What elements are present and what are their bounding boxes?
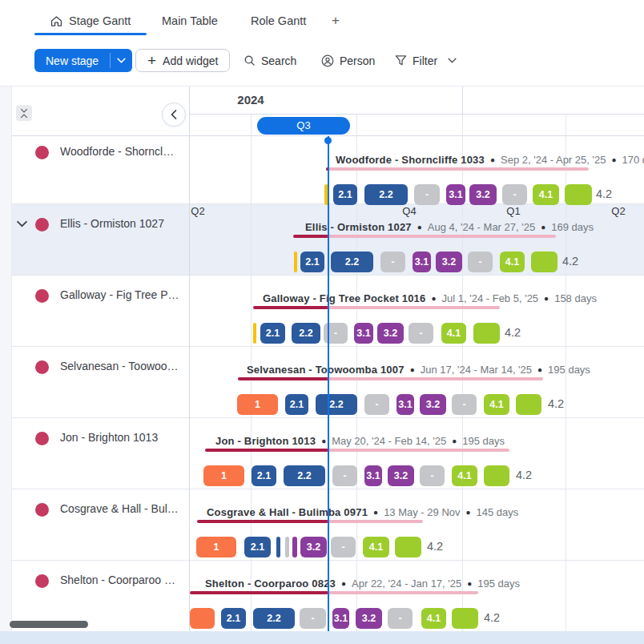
quarter-pill-current[interactable]: Q3 — [257, 117, 350, 135]
stage-chip[interactable]: 2.2 — [253, 608, 295, 629]
stage-chip[interactable]: 4.1 — [452, 465, 477, 486]
stage-chip[interactable]: - — [414, 184, 440, 205]
stage-chip[interactable]: - — [420, 465, 445, 486]
stage-chip[interactable] — [531, 252, 557, 272]
stage-chip-outside-label: 4.2 — [427, 540, 443, 553]
stage-chip[interactable] — [452, 608, 478, 629]
stage-chip[interactable] — [565, 184, 592, 205]
stage-chip[interactable]: 3.1 — [413, 252, 431, 272]
stage-chip[interactable]: 3.2 — [388, 465, 414, 486]
chevron-down-icon[interactable] — [448, 58, 457, 63]
stage-chip[interactable]: - — [380, 252, 405, 272]
project-dates: May 20, '24 - Feb 14, '25 — [332, 435, 446, 447]
stage-chip[interactable]: 2.1 — [300, 252, 324, 272]
stage-chip[interactable]: 2.1 — [285, 394, 308, 415]
sidebar-row-name[interactable]: Jon - Brighton 1013 — [60, 431, 158, 444]
stage-chip[interactable]: 3.1 — [396, 394, 414, 415]
stage-chip[interactable]: 2.2 — [364, 184, 408, 205]
stage-chip[interactable] — [292, 537, 297, 557]
stage-chip-outside-label: 4.2 — [484, 611, 500, 624]
sidebar-row-name[interactable]: Cosgrave & Hall - Bul… — [60, 502, 179, 515]
stage-chip[interactable]: - — [468, 252, 493, 272]
collapse-rows-button[interactable] — [16, 105, 32, 121]
stage-chip[interactable]: - — [364, 394, 389, 415]
horizontal-scrollbar-thumb[interactable] — [10, 621, 88, 628]
row-expand-chevron-icon[interactable] — [17, 220, 27, 227]
tab-label: Stage Gantt — [69, 14, 131, 27]
new-stage-label: New stage — [34, 49, 110, 72]
row-status-dot — [35, 574, 49, 588]
sidebar-row-name[interactable]: Ellis - Ormiston 1027 — [60, 217, 164, 230]
stage-chip[interactable]: 2.2 — [284, 465, 325, 486]
add-widget-button[interactable]: + Add widget — [135, 49, 230, 72]
stage-chip[interactable]: 3.2 — [300, 537, 327, 557]
tab-stage-gantt[interactable]: Stage Gantt — [50, 10, 131, 31]
sidebar-row-name[interactable]: Shelton - Coorparoo … — [60, 574, 175, 586]
person-icon — [321, 54, 334, 67]
tab-role-gantt[interactable]: Role Gantt — [251, 10, 306, 31]
stage-chip[interactable]: 2.1 — [260, 323, 285, 344]
stage-chip[interactable]: 3.2 — [356, 608, 382, 629]
stage-chip[interactable]: 1 — [196, 537, 236, 557]
stage-chip[interactable]: 4.1 — [500, 252, 525, 272]
gantt-row-label: Galloway - Fig Tree Pocket 1016●Jul 1, '… — [263, 292, 597, 304]
sidebar-row-name[interactable]: Woodforde - Shorncl… — [60, 145, 174, 158]
stage-chip[interactable]: - — [388, 608, 413, 629]
sidebar-row-name[interactable]: Selvanesan - Toowoo… — [60, 360, 179, 372]
stage-chip[interactable]: 4.1 — [421, 608, 446, 629]
stage-chip[interactable]: 3.1 — [354, 323, 373, 344]
stage-chip[interactable] — [473, 323, 500, 344]
add-tab-button[interactable]: + — [332, 10, 340, 31]
stage-chip[interactable]: 2.2 — [331, 252, 373, 272]
stage-chip[interactable] — [285, 537, 289, 557]
stage-chip[interactable]: 4.1 — [484, 394, 509, 415]
person-label: Person — [340, 54, 375, 67]
row-status-dot — [35, 503, 49, 517]
stage-chip[interactable] — [190, 608, 215, 629]
search-button[interactable]: Search — [244, 50, 296, 71]
stage-chip[interactable]: 2.2 — [292, 323, 320, 344]
stage-chip[interactable] — [516, 394, 541, 415]
stage-chip[interactable]: 3.2 — [469, 184, 497, 205]
tab-main-table[interactable]: Main Table — [162, 10, 218, 31]
stage-chip[interactable]: - — [452, 394, 477, 415]
stage-chip[interactable]: 3.2 — [436, 252, 462, 272]
stage-chip[interactable]: 1 — [203, 465, 244, 486]
bullet-separator: ● — [544, 294, 549, 303]
stage-chip[interactable]: 3.1 — [364, 465, 382, 486]
stage-chip[interactable] — [484, 465, 509, 486]
new-stage-button[interactable]: New stage — [34, 49, 132, 72]
stage-chip[interactable] — [276, 537, 280, 557]
stage-chip[interactable]: 2.1 — [244, 537, 271, 557]
stage-chip[interactable] — [253, 323, 256, 344]
progress-bar-elapsed — [253, 306, 328, 309]
stage-chip[interactable]: 4.1 — [363, 537, 389, 557]
stage-chip[interactable]: - — [332, 465, 357, 486]
sidebar-row-name[interactable]: Galloway - Fig Tree P… — [60, 288, 179, 301]
stage-chip[interactable]: 3.1 — [332, 608, 349, 629]
row-status-dot — [35, 432, 49, 445]
stage-chip[interactable]: 4.1 — [441, 323, 466, 344]
stage-chip[interactable]: 2.1 — [221, 608, 246, 629]
stage-chip[interactable] — [395, 537, 421, 557]
chevron-down-icon[interactable] — [111, 49, 132, 72]
stage-chip[interactable]: - — [300, 608, 326, 629]
stage-chip[interactable]: 3.2 — [420, 394, 446, 415]
bullet-separator: ● — [611, 155, 616, 164]
filter-button[interactable]: Filter — [395, 50, 457, 71]
stage-chip[interactable]: - — [409, 323, 433, 344]
stage-chip[interactable]: 2.1 — [333, 184, 357, 205]
stage-chip[interactable]: 3.1 — [446, 184, 465, 205]
stage-chip[interactable]: - — [331, 537, 356, 557]
stage-chip[interactable] — [294, 252, 297, 272]
stage-chip[interactable]: 2.1 — [252, 465, 276, 486]
stage-chip[interactable]: 4.1 — [533, 184, 559, 205]
stage-chip[interactable]: 1 — [237, 394, 278, 415]
person-filter-button[interactable]: Person — [321, 50, 375, 71]
progress-bar-elapsed — [205, 449, 328, 452]
stage-chip[interactable]: - — [502, 184, 527, 205]
bullet-separator: ● — [537, 365, 542, 374]
collapse-panel-button[interactable] — [162, 103, 186, 127]
stage-chip[interactable]: 2.2 — [316, 394, 357, 415]
stage-chip[interactable]: 3.2 — [377, 323, 404, 344]
